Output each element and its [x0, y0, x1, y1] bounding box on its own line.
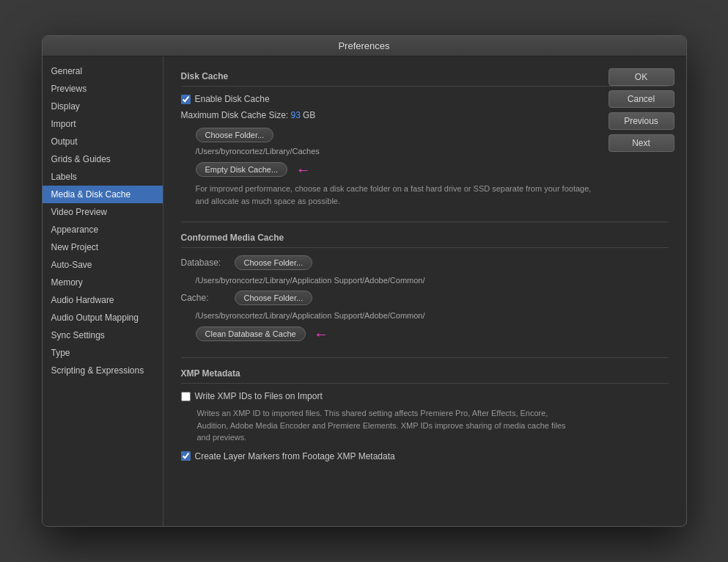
cancel-button[interactable]: Cancel: [608, 90, 674, 108]
database-row: Database: Choose Folder...: [181, 255, 669, 270]
sidebar-item-appearance[interactable]: Appearance: [43, 221, 163, 238]
content-area: GeneralPreviewsDisplayImportOutputGrids …: [43, 56, 686, 526]
database-label: Database:: [181, 258, 229, 268]
sidebar-item-output[interactable]: Output: [43, 133, 163, 150]
disk-cache-section: Disk Cache Enable Disk Cache Maximum Dis…: [181, 71, 669, 207]
sidebar-item-labels[interactable]: Labels: [43, 168, 163, 186]
database-path: /Users/byroncortez/Library/Application S…: [196, 276, 669, 285]
titlebar: Preferences: [43, 36, 686, 56]
clean-db-row: Clean Database & Cache ←: [196, 326, 669, 343]
sidebar-item-import[interactable]: Import: [43, 115, 163, 133]
clean-database-cache-button[interactable]: Clean Database & Cache: [196, 326, 306, 341]
write-xmp-row: Write XMP IDs to Files on Import: [181, 391, 669, 401]
disk-cache-title: Disk Cache: [181, 71, 669, 87]
next-button[interactable]: Next: [608, 134, 674, 152]
window-title: Preferences: [338, 40, 389, 51]
ok-button[interactable]: OK: [608, 68, 674, 86]
conformed-media-title: Conformed Media Cache: [181, 233, 669, 248]
action-buttons: OK Cancel Previous Next: [608, 68, 674, 152]
enable-disk-cache-row: Enable Disk Cache: [181, 94, 669, 104]
sidebar-item-video-preview[interactable]: Video Preview: [43, 203, 163, 221]
xmp-section: XMP Metadata Write XMP IDs to Files on I…: [181, 368, 669, 461]
empty-cache-arrow: ←: [295, 161, 310, 178]
sidebar-item-audio-hardware[interactable]: Audio Hardware: [43, 291, 163, 309]
disk-cache-path: /Users/byroncortez/Library/Caches: [196, 147, 669, 156]
choose-folder-button[interactable]: Choose Folder...: [196, 128, 274, 142]
create-markers-checkbox[interactable]: [181, 451, 191, 461]
sidebar-item-sync-settings[interactable]: Sync Settings: [43, 326, 163, 344]
enable-disk-cache-checkbox[interactable]: [181, 95, 191, 104]
conformed-media-section: Conformed Media Cache Database: Choose F…: [181, 233, 669, 343]
previous-button[interactable]: Previous: [608, 112, 674, 130]
clean-cache-arrow: ←: [314, 326, 328, 343]
max-size-value: 93: [291, 110, 301, 120]
sidebar-item-display[interactable]: Display: [43, 98, 163, 115]
cache-path: /Users/byroncortez/Library/Application S…: [196, 311, 669, 320]
sidebar-item-audio-output-mapping[interactable]: Audio Output Mapping: [43, 309, 163, 326]
write-xmp-description: Writes an XMP ID to imported files. This…: [197, 407, 578, 444]
section-divider-1: [181, 222, 669, 222]
cache-label: Cache:: [181, 293, 229, 303]
write-xmp-label: Write XMP IDs to Files on Import: [195, 391, 323, 401]
xmp-title: XMP Metadata: [181, 368, 669, 384]
create-markers-label: Create Layer Markers from Footage XMP Me…: [195, 451, 395, 461]
sidebar-item-general[interactable]: General: [43, 62, 163, 80]
empty-disk-cache-row: Empty Disk Cache... ←: [196, 161, 669, 178]
sidebar-item-media---disk-cache[interactable]: Media & Disk Cache: [43, 186, 163, 203]
choose-folder-row: Choose Folder...: [196, 128, 669, 142]
max-size-unit: GB: [303, 110, 315, 120]
sidebar-item-memory[interactable]: Memory: [43, 274, 163, 291]
sidebar-item-grids---guides[interactable]: Grids & Guides: [43, 150, 163, 168]
preferences-window: Preferences GeneralPreviewsDisplayImport…: [42, 35, 687, 527]
sidebar: GeneralPreviewsDisplayImportOutputGrids …: [43, 56, 163, 526]
enable-disk-cache-label: Enable Disk Cache: [195, 94, 270, 104]
sidebar-item-previews[interactable]: Previews: [43, 80, 163, 98]
main-panel: OK Cancel Previous Next Disk Cache Enabl…: [163, 56, 686, 526]
write-xmp-checkbox[interactable]: [181, 392, 191, 401]
cache-choose-folder-button[interactable]: Choose Folder...: [235, 291, 313, 305]
sidebar-item-auto-save[interactable]: Auto-Save: [43, 256, 163, 274]
sidebar-item-scripting---expressions[interactable]: Scripting & Expressions: [43, 362, 163, 379]
max-size-row: Maximum Disk Cache Size: 93 GB: [181, 110, 669, 120]
cache-row: Cache: Choose Folder...: [181, 291, 669, 305]
database-choose-folder-button[interactable]: Choose Folder...: [235, 255, 313, 270]
create-markers-row: Create Layer Markers from Footage XMP Me…: [181, 451, 669, 461]
disk-cache-info: For improved performance, choose a disk …: [196, 183, 606, 207]
sidebar-item-type[interactable]: Type: [43, 344, 163, 362]
sidebar-item-new-project[interactable]: New Project: [43, 238, 163, 256]
empty-disk-cache-button[interactable]: Empty Disk Cache...: [196, 162, 288, 177]
section-divider-2: [181, 357, 669, 358]
max-size-label: Maximum Disk Cache Size:: [181, 110, 289, 120]
